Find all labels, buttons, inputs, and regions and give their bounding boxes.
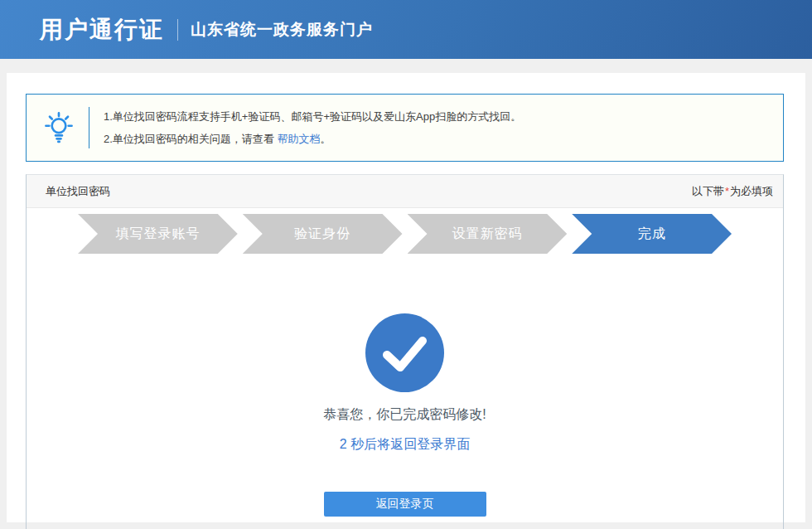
help-doc-link[interactable]: 帮助文档 bbox=[277, 133, 320, 145]
notice-line-2-prefix: 2.单位找回密码的相关问题，请查看 bbox=[104, 133, 277, 145]
notice-line-1: 1.单位找回密码流程支持手机+验证码、邮箱号+验证码以及爱山东App扫脸的方式找… bbox=[104, 111, 521, 123]
password-recovery-panel: 单位找回密码 以下带*为必填项 填写登录账号 验证身份 设置新密码 完成 恭喜您… bbox=[26, 174, 784, 529]
main-container: 1.单位找回密码流程支持手机+验证码、邮箱号+验证码以及爱山东App扫脸的方式找… bbox=[7, 73, 805, 522]
step-label: 完成 bbox=[638, 226, 666, 240]
app-header: 用户通行证 山东省统一政务服务门户 bbox=[0, 0, 812, 59]
header-subtitle: 山东省统一政务服务门户 bbox=[191, 19, 373, 41]
required-note-suffix: 为必填项 bbox=[730, 185, 773, 197]
steps-progress-bar: 填写登录账号 验证身份 设置新密码 完成 bbox=[78, 214, 732, 254]
required-note-prefix: 以下带 bbox=[692, 185, 724, 197]
lightbulb-icon bbox=[41, 109, 77, 146]
step-label: 验证身份 bbox=[294, 226, 350, 240]
notice-line-2-suffix: 。 bbox=[320, 133, 331, 145]
success-check-icon bbox=[365, 313, 444, 392]
countdown-message: 2 秒后将返回登录界面 bbox=[27, 435, 783, 454]
back-to-login-button[interactable]: 返回登录页 bbox=[324, 492, 486, 517]
step-set-new-password: 设置新密码 bbox=[408, 214, 568, 254]
header-divider bbox=[177, 19, 178, 41]
result-area: 恭喜您，你已完成密码修改! 2 秒后将返回登录界面 返回登录页 bbox=[27, 313, 783, 517]
success-message: 恭喜您，你已完成密码修改! bbox=[27, 405, 783, 424]
header-title: 用户通行证 bbox=[40, 14, 164, 46]
required-star: * bbox=[724, 185, 730, 197]
required-note: 以下带*为必填项 bbox=[692, 184, 773, 199]
step-complete: 完成 bbox=[572, 214, 732, 254]
step-label: 填写登录账号 bbox=[115, 226, 200, 240]
step-label: 设置新密码 bbox=[452, 226, 522, 240]
notice-box-divider bbox=[89, 107, 89, 148]
step-fill-account: 填写登录账号 bbox=[78, 214, 238, 254]
panel-title: 单位找回密码 bbox=[46, 184, 110, 199]
notice-line-2: 2.单位找回密码的相关问题，请查看 帮助文档。 bbox=[104, 133, 521, 145]
notice-text: 1.单位找回密码流程支持手机+验证码、邮箱号+验证码以及爱山东App扫脸的方式找… bbox=[104, 111, 521, 145]
page: 用户通行证 山东省统一政务服务门户 1.单位找回密 bbox=[0, 0, 812, 522]
notice-box: 1.单位找回密码流程支持手机+验证码、邮箱号+验证码以及爱山东App扫脸的方式找… bbox=[26, 94, 784, 162]
panel-header: 单位找回密码 以下带*为必填项 bbox=[27, 175, 783, 208]
step-verify-identity: 验证身份 bbox=[243, 214, 403, 254]
